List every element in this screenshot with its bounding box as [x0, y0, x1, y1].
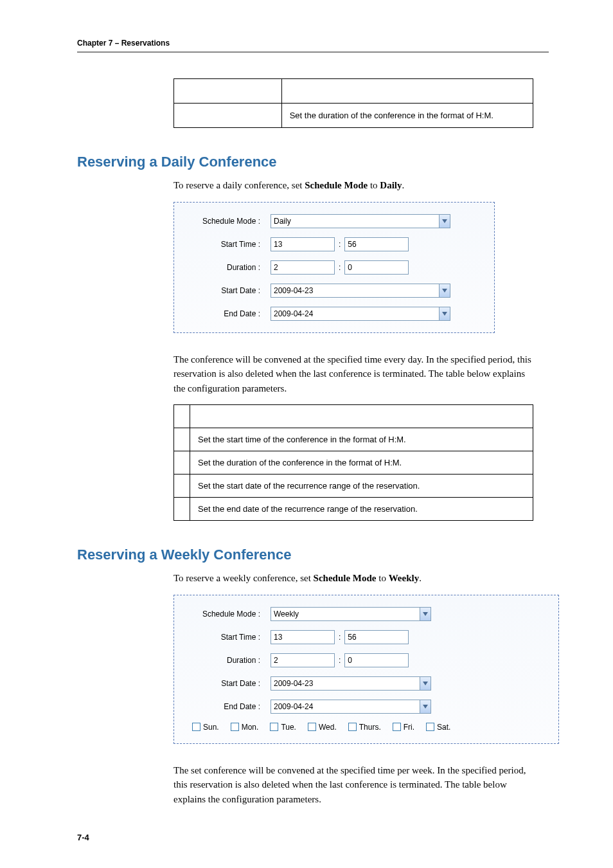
start-date-label: Start Date :: [187, 286, 271, 295]
checkbox-icon: [393, 723, 401, 731]
checkbox-label: Mon.: [242, 723, 259, 732]
table-cell: Set the start time of the conference in …: [190, 428, 533, 451]
table-cell: Set the start date of the recurrence ran…: [190, 475, 533, 498]
checkbox-label: Fri.: [404, 723, 414, 732]
checkbox-sat[interactable]: Sat.: [426, 723, 450, 732]
time-separator: :: [335, 656, 344, 665]
start-time-hour[interactable]: 13: [271, 237, 335, 251]
table-cell: [281, 79, 533, 104]
table-cell: [174, 104, 282, 128]
checkbox-wed[interactable]: Wed.: [308, 723, 337, 732]
chevron-down-icon[interactable]: [420, 676, 431, 691]
end-date-value: 2009-04-24: [271, 307, 439, 321]
end-date-label: End Date :: [187, 702, 271, 711]
end-date-select[interactable]: 2009-04-24: [271, 700, 431, 714]
schedule-mode-value: Daily: [271, 214, 439, 228]
start-date-select[interactable]: 2009-04-23: [271, 284, 450, 298]
table-cell: [174, 451, 190, 475]
table-cell: Set the end date of the recurrence range…: [190, 498, 533, 521]
checkbox-fri[interactable]: Fri.: [393, 723, 414, 732]
section-title-daily: Reserving a Daily Conference: [77, 154, 549, 170]
checkbox-label: Thurs.: [359, 723, 381, 732]
start-time-hour[interactable]: 13: [271, 630, 335, 644]
chevron-down-icon[interactable]: [439, 214, 450, 228]
daily-form-figure: Schedule Mode : Daily Start Time : 13 : …: [173, 202, 495, 333]
start-date-value: 2009-04-23: [271, 676, 420, 691]
end-date-label: End Date :: [187, 309, 271, 318]
daily-intro: To reserve a daily conference, set Sched…: [173, 178, 533, 193]
checkbox-icon: [348, 723, 357, 731]
table-cell: [174, 428, 190, 451]
section-title-weekly: Reserving a Weekly Conference: [77, 547, 549, 563]
weekly-intro: To reserve a weekly conference, set Sche…: [173, 571, 533, 586]
checkbox-icon: [270, 723, 278, 731]
checkbox-label: Sat.: [437, 723, 450, 732]
time-separator: :: [335, 633, 344, 642]
weekly-paragraph: The set conference will be convened at t…: [173, 763, 533, 807]
start-time-label: Start Time :: [187, 240, 271, 249]
checkbox-thu[interactable]: Thurs.: [348, 723, 381, 732]
table-cell: [174, 498, 190, 521]
chevron-down-icon[interactable]: [420, 607, 431, 621]
duration-hour[interactable]: 2: [271, 653, 335, 667]
end-date-value: 2009-04-24: [271, 700, 420, 714]
chevron-down-icon[interactable]: [439, 307, 450, 321]
text: to: [368, 180, 380, 190]
checkbox-icon: [426, 723, 434, 731]
text-bold: Schedule Mode: [305, 180, 368, 190]
checkbox-label: Sun.: [203, 723, 219, 732]
weekly-form-figure: Schedule Mode : Weekly Start Time : 13 :…: [173, 595, 559, 744]
duration-min[interactable]: 0: [344, 260, 409, 275]
checkbox-tue[interactable]: Tue.: [270, 723, 296, 732]
chevron-down-icon[interactable]: [420, 700, 431, 714]
daily-paragraph: The conference will be convened at the s…: [173, 352, 533, 396]
duration-hour[interactable]: 2: [271, 260, 335, 275]
table-cell: [174, 405, 190, 428]
text: To reserve a daily conference, set: [173, 180, 305, 190]
start-date-value: 2009-04-23: [271, 284, 439, 298]
page-number: 7-4: [77, 833, 89, 842]
daily-param-table: Set the start time of the conference in …: [173, 404, 533, 521]
text-bold: Weekly: [389, 573, 420, 583]
checkbox-mon[interactable]: Mon.: [231, 723, 259, 732]
text: to: [377, 573, 389, 583]
time-separator: :: [335, 263, 344, 272]
text: To reserve a weekly conference, set: [173, 573, 314, 583]
duration-label: Duration :: [187, 263, 271, 272]
start-time-min[interactable]: 56: [344, 630, 409, 644]
table-cell: [174, 475, 190, 498]
start-date-select[interactable]: 2009-04-23: [271, 676, 431, 691]
checkbox-icon: [308, 723, 316, 731]
checkbox-icon: [231, 723, 239, 731]
table-cell: [190, 405, 533, 428]
text: .: [402, 180, 405, 190]
start-time-min[interactable]: 56: [344, 237, 409, 251]
end-date-select[interactable]: 2009-04-24: [271, 307, 450, 321]
duration-table: Set the duration of the conference in th…: [173, 78, 533, 128]
duration-min[interactable]: 0: [344, 653, 409, 667]
text-bold: Schedule Mode: [314, 573, 377, 583]
start-date-label: Start Date :: [187, 679, 271, 688]
schedule-mode-label: Schedule Mode :: [187, 217, 271, 226]
checkbox-label: Tue.: [281, 723, 296, 732]
table-cell: [174, 79, 282, 104]
table-cell: Set the duration of the conference in th…: [190, 451, 533, 475]
start-time-label: Start Time :: [187, 633, 271, 642]
text-bold: Daily: [380, 180, 402, 190]
checkbox-sun[interactable]: Sun.: [192, 723, 219, 732]
text: .: [419, 573, 422, 583]
checkbox-icon: [192, 723, 200, 731]
schedule-mode-select[interactable]: Weekly: [271, 607, 431, 621]
time-separator: :: [335, 240, 344, 249]
chevron-down-icon[interactable]: [439, 284, 450, 298]
schedule-mode-value: Weekly: [271, 607, 420, 621]
schedule-mode-label: Schedule Mode :: [187, 610, 271, 619]
table-cell: Set the duration of the conference in th…: [281, 104, 533, 128]
chapter-header: Chapter 7 – Reservations: [77, 39, 549, 53]
duration-label: Duration :: [187, 656, 271, 665]
schedule-mode-select[interactable]: Daily: [271, 214, 450, 228]
checkbox-label: Wed.: [319, 723, 337, 732]
